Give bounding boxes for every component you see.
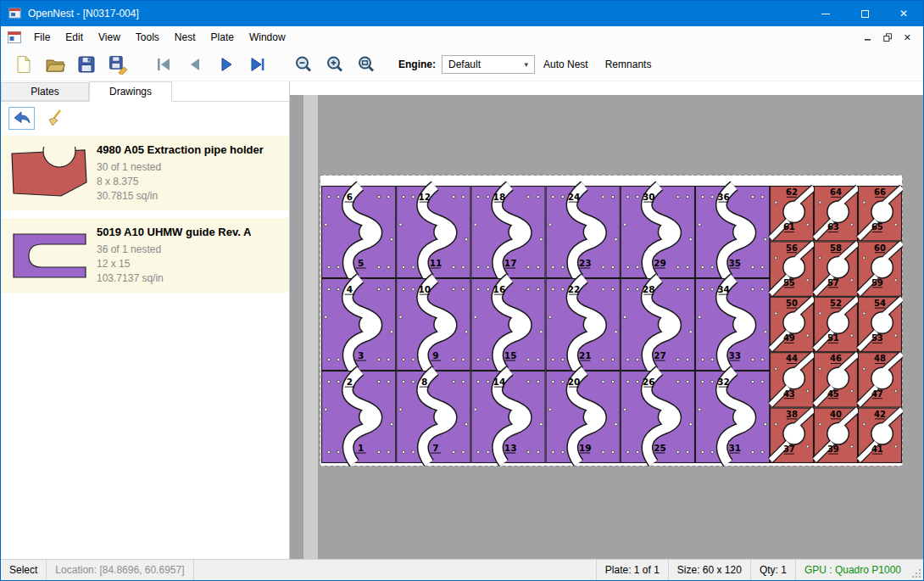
nest-pair-red[interactable]: 6261 <box>771 187 815 241</box>
resize-grip[interactable] <box>910 560 923 580</box>
previous-arrow-icon <box>185 54 205 75</box>
save-button[interactable] <box>70 51 102 78</box>
svg-text:45: 45 <box>827 389 839 399</box>
svg-text:35: 35 <box>728 258 741 268</box>
drawing-list: 4980 A05 Extraction pipe holder 30 of 1 … <box>1 134 289 559</box>
nest-pair-purple[interactable]: 2019 <box>546 371 620 463</box>
nest-pair-purple[interactable]: 109 <box>397 278 470 371</box>
clear-button[interactable] <box>42 107 69 130</box>
svg-text:11: 11 <box>430 258 443 268</box>
nest-pair-purple[interactable]: 1615 <box>471 278 545 371</box>
status-qty: Qty: 1 <box>750 560 795 580</box>
nest-pair-red[interactable]: 4847 <box>859 353 903 407</box>
previous-plate-button[interactable] <box>179 51 210 78</box>
nest-pair-purple[interactable]: 1817 <box>471 186 545 278</box>
menu-view[interactable]: View <box>91 28 128 47</box>
nest-pair-purple[interactable]: 87 <box>397 371 470 463</box>
zoom-extents-button[interactable] <box>350 51 381 78</box>
mdi-minimize-icon[interactable] <box>864 33 872 42</box>
menu-plate[interactable]: Plate <box>203 28 242 47</box>
mdi-restore-icon[interactable] <box>883 33 893 42</box>
nest-pair-purple[interactable]: 1413 <box>471 371 545 463</box>
svg-text:48: 48 <box>874 354 886 363</box>
maximize-button[interactable] <box>845 1 884 26</box>
nest-pair-purple[interactable]: 65 <box>322 186 396 278</box>
svg-text:51: 51 <box>827 333 839 343</box>
nest-pair-purple[interactable]: 2221 <box>546 278 620 371</box>
main-toolbar: Engine: Default ▾ Auto Nest Remnants <box>1 48 923 81</box>
svg-text:5: 5 <box>358 258 364 268</box>
svg-text:13: 13 <box>504 443 517 453</box>
nest-canvas[interactable]: 6512111817242330293635431091615222128273… <box>290 95 923 559</box>
mdi-document-icon[interactable] <box>8 31 21 43</box>
svg-text:28: 28 <box>643 284 655 294</box>
nest-pair-red[interactable]: 4443 <box>771 353 815 407</box>
nest-pair-red[interactable]: 3837 <box>771 408 815 462</box>
next-plate-button[interactable] <box>210 51 242 78</box>
minimize-button[interactable] <box>806 1 845 26</box>
close-button[interactable]: ✕ <box>884 1 923 26</box>
nest-pair-purple[interactable]: 3231 <box>696 371 770 463</box>
svg-text:21: 21 <box>579 350 592 360</box>
svg-text:61: 61 <box>783 222 795 232</box>
svg-text:65: 65 <box>871 222 883 232</box>
svg-text:6: 6 <box>347 192 353 202</box>
auto-nest-button[interactable]: Auto Nest <box>535 53 597 75</box>
nest-pair-red[interactable]: 6665 <box>859 187 903 241</box>
nest-pair-red[interactable]: 6059 <box>859 242 903 296</box>
svg-text:33: 33 <box>728 350 741 360</box>
window-title: OpenNest - [N0317-004] <box>28 8 139 20</box>
nest-pair-red[interactable]: 5049 <box>771 297 815 351</box>
nest-pair-purple[interactable]: 1211 <box>397 186 470 278</box>
nest-pair-purple[interactable]: 3635 <box>696 186 770 278</box>
menu-edit[interactable]: Edit <box>58 28 91 47</box>
remnants-button[interactable]: Remnants <box>597 53 660 75</box>
nest-pair-purple[interactable]: 3029 <box>621 186 694 278</box>
menu-file[interactable]: File <box>26 28 58 47</box>
drawing-title: 4980 A05 Extraction pipe holder <box>97 143 284 156</box>
menu-window[interactable]: Window <box>242 28 293 47</box>
nest-pair-red[interactable]: 6463 <box>815 187 859 241</box>
menu-tools[interactable]: Tools <box>128 28 167 47</box>
open-button[interactable] <box>39 51 70 78</box>
nest-pair-purple[interactable]: 2827 <box>621 278 694 371</box>
nest-pair-red[interactable]: 4241 <box>859 408 903 462</box>
statusbar-spacer <box>194 560 596 580</box>
mdi-close-icon[interactable]: ✕ <box>904 33 911 42</box>
nest-pair-red[interactable]: 4645 <box>815 353 859 407</box>
nest-pair-red[interactable]: 5251 <box>815 297 859 351</box>
list-item[interactable]: 5019 A10 UHMW guide Rev. A 36 of 1 neste… <box>1 218 289 293</box>
status-gpu: GPU : Quadro P1000 <box>795 560 910 580</box>
canvas-rail <box>303 95 318 559</box>
tab-drawings[interactable]: Drawings <box>89 81 172 102</box>
nest-plate[interactable]: 6512111817242330293635431091615222128273… <box>320 175 903 466</box>
new-button[interactable] <box>8 51 39 78</box>
svg-text:7: 7 <box>432 443 438 453</box>
svg-text:40: 40 <box>830 410 842 419</box>
list-item[interactable]: 4980 A05 Extraction pipe holder 30 of 1 … <box>1 136 289 210</box>
nest-pair-purple[interactable]: 2625 <box>621 371 694 463</box>
save-as-button[interactable] <box>102 51 133 78</box>
nest-pair-red[interactable]: 4039 <box>815 408 859 462</box>
svg-text:10: 10 <box>418 284 431 294</box>
tab-plates[interactable]: Plates <box>1 82 89 101</box>
nest-pair-red[interactable]: 5453 <box>859 297 903 351</box>
svg-text:31: 31 <box>728 443 741 453</box>
svg-text:9: 9 <box>432 350 438 360</box>
engine-select[interactable]: Default ▾ <box>442 55 535 74</box>
zoom-in-button[interactable] <box>319 51 350 78</box>
menu-nest[interactable]: Nest <box>167 28 203 47</box>
nest-pair-purple[interactable]: 3433 <box>696 278 770 371</box>
last-plate-button[interactable] <box>242 51 273 78</box>
first-plate-button[interactable] <box>148 51 179 78</box>
svg-text:4: 4 <box>347 284 353 294</box>
nest-pair-purple[interactable]: 2423 <box>546 186 620 278</box>
nest-pair-red[interactable]: 5655 <box>771 242 815 296</box>
nest-pair-purple[interactable]: 43 <box>322 278 396 371</box>
send-to-nest-button[interactable] <box>8 107 35 130</box>
zoom-out-button[interactable] <box>287 51 319 78</box>
svg-text:58: 58 <box>830 243 842 253</box>
nest-pair-red[interactable]: 5857 <box>815 242 859 296</box>
nest-pair-purple[interactable]: 21 <box>322 371 396 463</box>
svg-text:52: 52 <box>830 299 842 308</box>
